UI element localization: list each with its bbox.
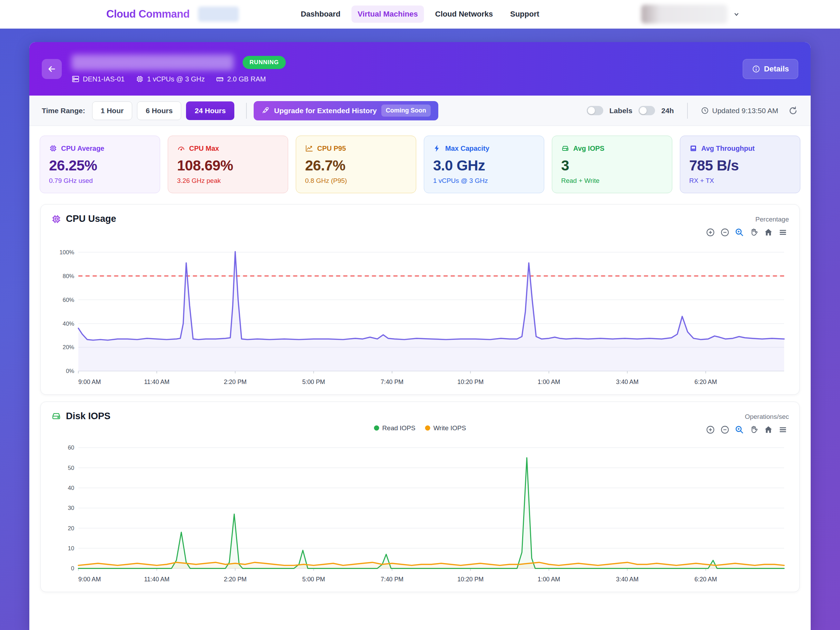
range-24-hours-button[interactable]: 24 Hours (186, 101, 234, 120)
redacted-vm-name (71, 55, 234, 70)
vm-cpu: 1 vCPUs @ 3 GHz (136, 75, 205, 83)
card-value: 26.7% (305, 157, 407, 174)
zoom-out-icon[interactable] (720, 425, 729, 434)
legend-read-iops[interactable]: Read IOPS (374, 425, 415, 432)
disk-icon (51, 411, 62, 421)
chart-title: Disk IOPS (66, 411, 111, 422)
memory-icon (216, 75, 224, 83)
time-range-label: Time Range: (42, 107, 85, 115)
legend-dot (374, 425, 379, 431)
range-1-hour-button[interactable]: 1 Hour (92, 101, 133, 120)
pan-icon[interactable] (749, 425, 759, 434)
card-subtext: 0.8 GHz (P95) (305, 177, 407, 185)
svg-text:40%: 40% (63, 321, 74, 327)
nav-cloud-networks[interactable]: Cloud Networks (429, 6, 499, 23)
home-icon[interactable] (764, 228, 773, 237)
disk-iops-plot: 01020304050609:00 AM11:40 AM2:20 PM5:00 … (51, 438, 789, 585)
box-zoom-icon[interactable] (735, 425, 744, 434)
cpu-usage-plot: 0%20%40%60%80%100%9:00 AM11:40 AM2:20 PM… (51, 241, 789, 387)
svg-text:20: 20 (68, 525, 74, 531)
nav-support[interactable]: Support (504, 6, 545, 23)
card-value: 3 (561, 157, 663, 174)
card-subtext: RX + TX (689, 177, 791, 185)
card-cpu-average: CPU Average 26.25% 0.79 GHz used (40, 136, 160, 193)
bolt-icon (433, 144, 441, 153)
chart-legend: Read IOPS Write IOPS (374, 425, 466, 432)
24h-toggle[interactable] (638, 106, 655, 115)
clock-icon (701, 107, 709, 115)
divider (687, 103, 688, 119)
svg-text:3:40 AM: 3:40 AM (616, 576, 638, 583)
svg-text:6:20 AM: 6:20 AM (694, 576, 717, 583)
user-menu[interactable] (641, 5, 740, 24)
top-nav: Cloud Command Dashboard Virtual Machines… (0, 0, 840, 28)
svg-text:2:20 PM: 2:20 PM (224, 379, 246, 385)
svg-text:60%: 60% (63, 297, 74, 303)
card-cpu-max: CPU Max 108.69% 3.26 GHz peak (168, 136, 288, 193)
svg-text:20%: 20% (63, 344, 74, 351)
card-avg-throughput: Avg Throughput 785 B/s RX + TX (680, 136, 800, 193)
updated-status: Updated 9:13:50 AM (701, 107, 778, 115)
details-button[interactable]: Details (743, 59, 798, 79)
chart-title: CPU Usage (66, 213, 116, 224)
legend-write-iops[interactable]: Write IOPS (425, 425, 466, 432)
trend-icon (305, 144, 313, 153)
content-sheet: RUNNING DEN1-IAS-01 1 vCPUs @ 3 GHz 2.0 … (29, 42, 811, 630)
box-zoom-icon[interactable] (735, 228, 744, 237)
svg-text:9:00 AM: 9:00 AM (78, 379, 101, 385)
time-range-bar: Time Range: 1 Hour 6 Hours 24 Hours Upgr… (29, 96, 811, 126)
gauge-icon (177, 144, 185, 153)
menu-icon[interactable] (778, 228, 788, 237)
svg-text:7:40 PM: 7:40 PM (381, 576, 403, 583)
coming-soon-badge: Coming Soon (381, 104, 431, 117)
chart-unit: Operations/sec (745, 413, 789, 421)
svg-text:7:40 PM: 7:40 PM (381, 379, 403, 385)
zoom-in-icon[interactable] (706, 228, 715, 237)
svg-text:1:00 AM: 1:00 AM (538, 379, 560, 385)
card-subtext: 0.79 GHz used (49, 177, 151, 185)
cpu-chip-icon (136, 75, 144, 83)
upgrade-button[interactable]: Upgrade for Extended History Coming Soon (254, 101, 438, 120)
svg-text:0%: 0% (66, 368, 74, 374)
svg-text:6:20 AM: 6:20 AM (694, 379, 717, 385)
menu-icon[interactable] (778, 425, 788, 434)
svg-text:9:00 AM: 9:00 AM (78, 576, 101, 583)
vm-header: RUNNING DEN1-IAS-01 1 vCPUs @ 3 GHz 2.0 … (29, 42, 811, 96)
legend-dot (425, 425, 430, 431)
rocket-icon (261, 107, 270, 115)
svg-text:11:40 AM: 11:40 AM (144, 379, 169, 385)
card-value: 26.25% (49, 157, 151, 174)
zoom-out-icon[interactable] (720, 228, 729, 237)
app-logo: Cloud Command (106, 8, 190, 21)
svg-text:1:00 AM: 1:00 AM (538, 576, 560, 583)
home-icon[interactable] (764, 425, 773, 434)
pan-icon[interactable] (749, 228, 759, 237)
svg-text:5:00 PM: 5:00 PM (302, 379, 325, 385)
card-value: 108.69% (177, 157, 279, 174)
network-icon (689, 144, 698, 153)
zoom-in-icon[interactable] (706, 425, 715, 434)
metric-cards: CPU Average 26.25% 0.79 GHz used CPU Max… (29, 126, 811, 197)
range-6-hours-button[interactable]: 6 Hours (137, 101, 181, 120)
main-nav: Dashboard Virtual Machines Cloud Network… (294, 6, 545, 23)
chart-unit: Percentage (755, 216, 789, 223)
svg-text:10:20 PM: 10:20 PM (457, 576, 483, 583)
nav-dashboard[interactable]: Dashboard (294, 6, 346, 23)
card-subtext: 3.26 GHz peak (177, 177, 279, 185)
svg-text:3:40 AM: 3:40 AM (616, 379, 638, 385)
svg-text:60: 60 (68, 444, 74, 451)
card-avg-iops: Avg IOPS 3 Read + Write (552, 136, 672, 193)
cpu-chip-icon (51, 214, 62, 224)
labels-toggle[interactable] (587, 106, 603, 115)
back-button[interactable] (42, 59, 62, 79)
cpu-usage-chart-card: CPU Usage Percentage 0%20%40%60%80%100%9… (40, 204, 800, 395)
card-cpu-p95: CPU P95 26.7% 0.8 GHz (P95) (296, 136, 416, 193)
card-subtext: 1 vCPUs @ 3 GHz (433, 177, 535, 185)
svg-text:0: 0 (71, 565, 74, 572)
svg-text:50: 50 (68, 465, 74, 471)
nav-virtual-machines[interactable]: Virtual Machines (351, 6, 424, 23)
refresh-icon[interactable] (788, 106, 798, 116)
24h-toggle-label: 24h (661, 107, 674, 115)
disk-iops-chart-card: Disk IOPS Operations/sec Read IOPS Write… (40, 402, 800, 592)
arrow-left-icon (47, 64, 57, 74)
